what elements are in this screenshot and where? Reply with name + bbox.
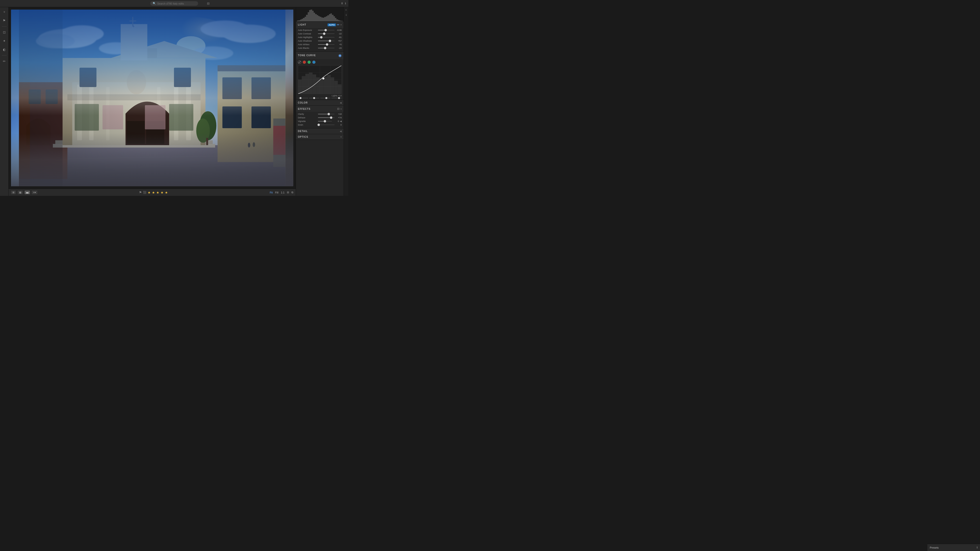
top-bar: 🔍 ⊟ ⬆ ℹ <box>0 0 348 7</box>
effects-header[interactable]: EFFECTS ⊟ ▾ <box>296 106 344 112</box>
clarity-row: Clarity +18 <box>298 113 342 115</box>
main-photo: ✦ <box>11 10 293 186</box>
channel-tabs <box>298 60 342 64</box>
detail-collapse-icon[interactable]: ◀ <box>340 130 342 132</box>
curve-point-info: Lights +14 <box>298 94 342 97</box>
tone-curve-toggle[interactable]: ◉ <box>338 53 342 58</box>
dehaze-track[interactable] <box>318 118 334 118</box>
highlights-track[interactable] <box>318 37 334 38</box>
grid-view-btn[interactable]: ⊞ <box>11 191 16 194</box>
channel-red[interactable] <box>303 60 306 64</box>
shadows-label: Auto Shadows <box>298 40 317 42</box>
photo-container: ✦ <box>9 7 296 189</box>
contrast-label: Auto Contrast <box>298 33 317 35</box>
top-bar-actions: ⬆ ℹ <box>341 2 346 5</box>
star-3[interactable]: ★ <box>156 191 159 194</box>
flag-icon[interactable]: ⚑ <box>139 191 142 194</box>
channel-blue[interactable] <box>312 60 316 64</box>
zoom-fit-label[interactable]: Fit <box>270 191 272 194</box>
exposure-track[interactable] <box>318 30 334 30</box>
shadows-value: +57 <box>336 40 342 42</box>
eye-dropper-icon[interactable]: ✏ <box>2 58 7 64</box>
contrast-track[interactable] <box>318 33 334 34</box>
right-panel-wrapper: LIGHT AUTO ✏ ▾ Auto Exposure <box>296 7 348 196</box>
crop-tool-icon[interactable]: ⊡ <box>2 29 7 35</box>
svg-rect-75 <box>331 77 334 94</box>
grain-label: Grain <box>298 124 317 126</box>
channel-green[interactable] <box>307 60 311 64</box>
curve-canvas[interactable] <box>298 65 342 94</box>
whites-track[interactable] <box>318 44 334 45</box>
shadows-zone-slider[interactable] <box>298 98 308 98</box>
light-collapse-icon[interactable]: ▾ <box>340 24 342 26</box>
svg-rect-72 <box>320 78 323 94</box>
tone-curve-controls: ◉ <box>338 53 342 58</box>
svg-rect-70 <box>312 75 316 94</box>
light-edit-icon[interactable]: ✏ <box>337 23 339 27</box>
split-icon[interactable]: ⧉ <box>291 191 293 194</box>
color-collapse-icon[interactable]: ◀ <box>340 102 342 104</box>
effects-sliders: Clarity +18 Dehaze <box>296 112 344 128</box>
upload-icon[interactable]: ⬆ <box>341 2 343 5</box>
zoom-fill-label[interactable]: Fill <box>275 191 278 194</box>
optics-section[interactable]: OPTICS ▾ <box>296 134 344 140</box>
bottom-toolbar: ⊞ ▦ ▬ ≡▾ ⚑ ⬛ ★ ★ ★ ★ ★ Fit Fill 1:1 ⊟ ⧉ <box>9 189 296 196</box>
masking-tool-icon[interactable]: ◐ <box>2 47 7 52</box>
curve-point-value: +14 <box>338 94 342 97</box>
grain-track[interactable] <box>318 125 334 125</box>
lights-zone-slider[interactable] <box>320 98 331 98</box>
add-photo-icon[interactable]: ＋ <box>2 9 7 15</box>
flag-icon[interactable]: ⚑ <box>2 18 7 24</box>
svg-rect-68 <box>305 74 309 94</box>
info-sidebar-icon[interactable]: ℹ <box>346 14 347 16</box>
star-4[interactable]: ★ <box>161 191 164 194</box>
search-icon: 🔍 <box>153 2 156 5</box>
single-view-btn[interactable]: ▬ <box>25 191 30 194</box>
exposure-label: Auto Exposure <box>298 29 317 31</box>
svg-rect-69 <box>309 73 312 94</box>
highlights-label: Auto Highlights <box>298 36 317 38</box>
search-input[interactable] <box>157 2 193 5</box>
color-section[interactable]: COLOR ◀ <box>296 100 344 106</box>
prev-icon[interactable]: ⬛ <box>143 191 146 194</box>
blacks-track[interactable] <box>318 48 334 48</box>
vignette-expand-icon[interactable]: ◀ <box>340 120 342 122</box>
square-view-btn[interactable]: ▦ <box>18 191 23 194</box>
svg-line-59 <box>299 61 301 63</box>
sort-btn[interactable]: ≡▾ <box>32 191 37 194</box>
star-1[interactable]: ★ <box>148 191 151 194</box>
tone-curve-header[interactable]: TONE CURVE ◉ <box>296 52 344 59</box>
search-box[interactable]: 🔍 <box>150 1 198 6</box>
light-section-header[interactable]: LIGHT AUTO ✏ ▾ <box>296 22 344 28</box>
effects-collapse-icon[interactable]: ▾ <box>340 108 342 110</box>
channel-all[interactable] <box>298 60 301 64</box>
darks-zone-slider[interactable] <box>309 98 320 98</box>
presets-sidebar-icon[interactable]: ≡ <box>345 9 347 11</box>
clarity-label: Clarity <box>298 113 317 115</box>
svg-point-78 <box>323 78 325 79</box>
star-5[interactable]: ★ <box>165 191 168 194</box>
svg-rect-74 <box>327 75 331 94</box>
histogram <box>296 7 344 22</box>
shadows-row: Auto Shadows +57 <box>298 40 342 42</box>
optics-title: OPTICS <box>298 136 308 138</box>
healing-tool-icon[interactable]: ✦ <box>2 38 7 44</box>
blacks-row: Auto Blacks -15 <box>298 47 342 49</box>
shadows-track[interactable] <box>318 41 334 41</box>
highlights-value: -81 <box>336 36 342 38</box>
highlights-zone-slider[interactable] <box>331 98 342 98</box>
optics-collapse-icon[interactable]: ▾ <box>340 136 342 138</box>
effects-icon[interactable]: ⊟ <box>337 107 339 111</box>
info-icon[interactable]: ℹ <box>345 2 346 5</box>
filter-icon[interactable]: ⊟ <box>207 2 210 5</box>
detail-section[interactable]: DETAIL ◀ <box>296 129 344 134</box>
auto-button[interactable]: AUTO <box>328 24 336 26</box>
zoom-1to1-label[interactable]: 1:1 <box>281 191 285 194</box>
vignette-track[interactable] <box>318 121 332 121</box>
clarity-track[interactable] <box>318 114 334 114</box>
star-2[interactable]: ★ <box>152 191 155 194</box>
compare-icon[interactable]: ⊟ <box>287 191 289 194</box>
zoom-controls: Fit Fill 1:1 ⊟ ⧉ <box>270 191 293 194</box>
right-panel: LIGHT AUTO ✏ ▾ Auto Exposure <box>296 7 344 196</box>
grain-row: Grain 0 <box>298 124 342 126</box>
